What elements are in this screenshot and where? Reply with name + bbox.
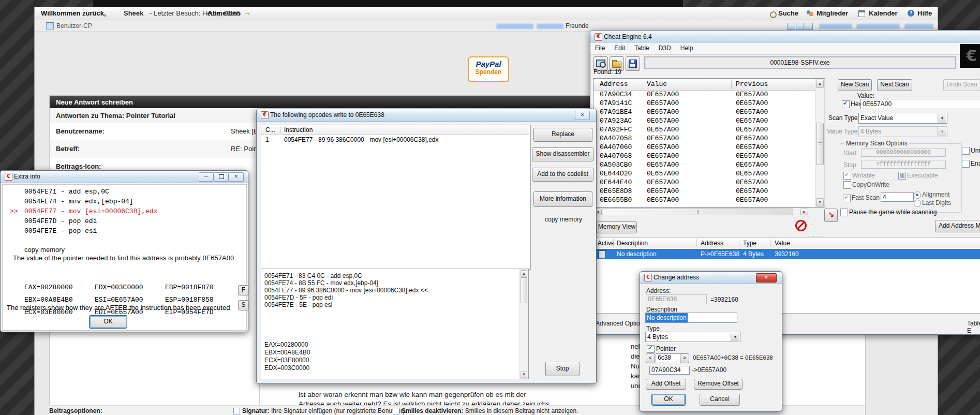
pointer-checkbox[interactable] xyxy=(647,345,655,353)
copyonwrite-checkbox[interactable] xyxy=(843,181,851,189)
float-button[interactable]: F xyxy=(238,285,249,295)
nav-link-hilfe[interactable]: Hilfe xyxy=(917,9,932,17)
forum-header-button[interactable] xyxy=(787,23,795,30)
stack-button[interactable]: S xyxy=(238,300,249,310)
scroll-up-button[interactable]: ▲ xyxy=(521,270,527,277)
scan-type-dropdown[interactable]: Exact Value▼ xyxy=(858,113,947,124)
ok-button[interactable]: OK xyxy=(89,315,127,329)
executable-checkbox[interactable] xyxy=(898,172,906,180)
opcode-list-header[interactable]: C... Instruction xyxy=(261,125,529,135)
col-previous[interactable]: Previous xyxy=(736,80,768,88)
add-address-manually-button[interactable]: Add Address M xyxy=(935,220,980,232)
stop-input[interactable]: 7fffffffffffffff xyxy=(861,160,946,169)
breadcrumb[interactable]: Benutzer-CP xyxy=(56,22,92,29)
writable-checkbox[interactable] xyxy=(843,172,851,180)
add-to-table-arrow-button[interactable]: ↘ xyxy=(824,209,838,222)
dialog-titlebar[interactable]: € Change address ✕ xyxy=(640,272,782,284)
offset-input[interactable]: 6c38 xyxy=(656,353,681,362)
scroll-thumb[interactable] xyxy=(816,123,824,165)
found-row[interactable]: 0A4070600E657A000E657A00 xyxy=(593,143,815,152)
menu-item-edit[interactable]: Edit xyxy=(610,43,630,54)
opcode-row[interactable]: 1 0054FE77 - 89 96 386C0000 - mov [esi+0… xyxy=(261,136,529,144)
found-row[interactable]: 0A503CB00E657A000E657A00 xyxy=(593,161,815,170)
new-scan-button[interactable]: New Scan xyxy=(838,79,872,91)
speedhack-checkbox[interactable] xyxy=(962,160,970,168)
dropdown-arrow-icon[interactable]: ▼ xyxy=(731,333,739,341)
scroll-thumb[interactable] xyxy=(521,277,527,303)
th-active[interactable]: Active xyxy=(598,240,615,247)
th-address[interactable]: Address xyxy=(701,240,723,247)
forum-header-button[interactable] xyxy=(796,23,804,30)
address-input[interactable]: 0E65E638 xyxy=(646,294,707,304)
stop-button[interactable]: Stop xyxy=(545,362,580,376)
replace-button[interactable]: Replace xyxy=(533,128,592,142)
smilies-checkbox[interactable] xyxy=(393,408,399,414)
friends-link[interactable]: Freunde xyxy=(566,22,589,29)
next-scan-button[interactable]: Next Scan xyxy=(877,79,912,91)
forum-header-button[interactable] xyxy=(805,23,813,30)
description-input[interactable]: No description xyxy=(645,313,737,323)
found-row[interactable]: 0A4070580E657A000E657A00 xyxy=(593,135,815,143)
pause-game-checkbox[interactable] xyxy=(840,209,848,216)
found-list-hscrollbar[interactable]: ◄ ► xyxy=(593,208,809,216)
menu-item-file[interactable]: File xyxy=(590,43,610,54)
value-type-dropdown[interactable]: 4 Bytes▼ xyxy=(858,126,947,137)
add-to-codelist-button[interactable]: Add to the codelist xyxy=(532,168,593,182)
last-digits-radio[interactable] xyxy=(914,200,921,207)
col-value[interactable]: Value xyxy=(647,80,667,88)
unrandomizer-checkbox[interactable] xyxy=(962,147,970,155)
ce-titlebar[interactable]: € Cheat Engine 6.4 xyxy=(590,31,980,43)
found-row[interactable]: 07A92FFC0E657A000E657A00 xyxy=(593,126,815,135)
add-offset-button[interactable]: Add Offset xyxy=(646,379,686,390)
found-row[interactable]: 0A4070680E657A000E657A00 xyxy=(593,152,815,161)
fast-scan-checkbox[interactable] xyxy=(843,195,851,202)
found-row[interactable]: 07A923AC0E657A000E657A00 xyxy=(593,117,815,126)
minimize-icon[interactable]: — xyxy=(199,172,214,182)
table-extras-button[interactable]: Table E xyxy=(967,320,980,334)
save-table-button[interactable] xyxy=(626,56,640,71)
advanced-options-button[interactable]: Advanced Options xyxy=(596,320,646,327)
logout-link[interactable]: Abmelden xyxy=(207,9,240,17)
remove-offset-button[interactable]: Remove Offset xyxy=(694,379,743,390)
username-link[interactable]: Sheek xyxy=(124,9,143,17)
scan-value-input[interactable]: 0E657A00 xyxy=(860,99,980,109)
restore-icon[interactable] xyxy=(214,172,229,182)
info-panel-scrollbar[interactable]: ▲ ▼ xyxy=(519,269,528,379)
found-row[interactable]: 07A90C340E657A000E657A00 xyxy=(593,91,815,99)
ok-button[interactable]: OK xyxy=(651,394,686,406)
field-value[interactable]: RE: Poin xyxy=(231,145,257,153)
menu-item-d3d[interactable]: D3D xyxy=(654,43,676,54)
hex-checkbox[interactable] xyxy=(842,100,850,108)
paypal-donate-button[interactable]: PayPal Spenden xyxy=(468,56,509,82)
found-row[interactable]: 0E6655B00E657A000E657A00 xyxy=(593,196,815,205)
scroll-right-button[interactable]: ► xyxy=(800,209,808,215)
th-description[interactable]: Description xyxy=(617,240,648,247)
dropdown-arrow-icon[interactable]: ▼ xyxy=(938,127,946,136)
th-type[interactable]: Type xyxy=(743,240,756,247)
found-row[interactable]: 07A91BE40E657A000E657A00 xyxy=(593,108,815,117)
close-icon[interactable]: ✕ xyxy=(229,172,244,182)
col-count[interactable]: C... xyxy=(265,126,275,134)
cheat-table-row-selected[interactable]: No description P->0E65E638 4 Bytes 39321… xyxy=(594,249,980,259)
dropdown-arrow-icon[interactable]: ▼ xyxy=(938,114,946,123)
found-row[interactable]: 0E65E8D80E657A000E657A00 xyxy=(593,187,815,196)
nav-link-suche[interactable]: Suche xyxy=(778,9,798,17)
offset-dec-button[interactable]: < xyxy=(646,353,655,363)
cancel-button[interactable]: Cancel xyxy=(700,394,740,406)
scroll-down-button[interactable]: ▼ xyxy=(816,198,824,206)
scroll-up-button[interactable]: ▲ xyxy=(816,80,824,88)
base-address-input[interactable]: 07A90C34 xyxy=(649,366,690,375)
found-row[interactable]: 0E644D200E657A000E657A00 xyxy=(593,170,815,179)
nav-link-mitglieder[interactable]: Mitglieder xyxy=(816,9,848,17)
offset-inc-button[interactable]: > xyxy=(680,353,689,363)
menu-item-help[interactable]: Help xyxy=(676,43,698,54)
show-disassembler-button[interactable]: Show disassembler xyxy=(532,147,593,161)
fast-scan-input[interactable]: 4 xyxy=(881,192,914,202)
start-input[interactable]: 0000000000000000 xyxy=(861,148,946,157)
found-row[interactable]: 07A9141C0E657A000E657A00 xyxy=(593,99,815,108)
alignment-radio[interactable] xyxy=(914,191,921,199)
menu-item-table[interactable]: Table xyxy=(630,43,654,54)
col-instruction[interactable]: Instruction xyxy=(284,126,313,134)
type-dropdown[interactable]: 4 Bytes▼ xyxy=(645,332,740,342)
memory-view-button[interactable]: Memory View xyxy=(597,221,637,233)
